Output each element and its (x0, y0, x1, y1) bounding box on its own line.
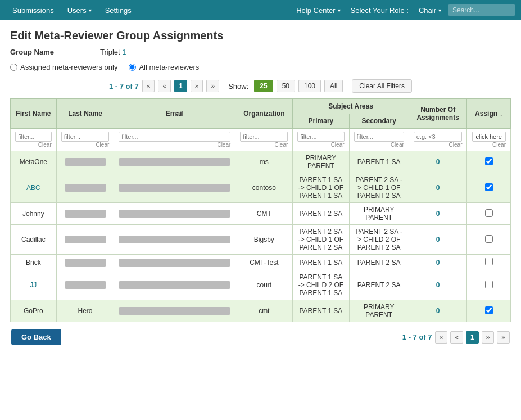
table-cell-lastname: ████ (56, 270, 114, 300)
table-cell-email: ██████████████ (114, 225, 235, 255)
page1-btn-bottom[interactable]: 1 (466, 331, 479, 344)
table-cell-primary: PARENT 1 SA -> CHILD 2 OF PARENT 1 SA (293, 270, 349, 300)
num-assignments-value: 0 (436, 158, 440, 166)
next-page-btn-bottom[interactable]: » (482, 331, 495, 344)
table-cell-lastname: Hero (56, 300, 114, 322)
prev-page-btn-top[interactable]: « (158, 80, 171, 92)
show-50-btn[interactable]: 50 (277, 80, 295, 92)
firstname-link[interactable]: JJ (30, 281, 37, 289)
table-cell-org: court (235, 270, 293, 300)
table-body: MetaOne██████████████████msPRIMARY PAREN… (11, 151, 511, 322)
filter-email[interactable] (119, 132, 230, 142)
page-title: Edit Meta-Reviewer Group Assignments (10, 29, 511, 42)
filter-clear-email[interactable]: Clear (119, 142, 230, 148)
assign-checkbox[interactable] (485, 157, 493, 165)
assign-checkbox[interactable] (485, 306, 493, 314)
filter-cell-firstname: Clear (11, 129, 57, 151)
page1-btn-top[interactable]: 1 (174, 80, 187, 92)
table-cell: MetaOne (11, 151, 57, 173)
group-name-label: Group Name (10, 48, 100, 56)
next-page-btn-top[interactable]: » (191, 80, 203, 92)
group-name-link[interactable]: 1 (122, 48, 126, 56)
table-cell-secondary: PARENT 2 SA (349, 255, 409, 270)
assign-checkbox[interactable] (485, 183, 493, 191)
nav-chair[interactable]: Chair ▾ (412, 0, 448, 20)
nav-search-input[interactable] (448, 4, 515, 16)
nav-settings[interactable]: Settings (98, 0, 138, 20)
radio-assigned-input[interactable] (10, 64, 17, 71)
table-cell-assign[interactable] (467, 225, 511, 255)
filter-secondary[interactable] (354, 132, 404, 142)
num-assignments-value: 0 (436, 210, 440, 218)
filter-clear-firstname[interactable]: Clear (15, 142, 52, 148)
table-cell-assign[interactable] (467, 203, 511, 225)
group-name-value: Triplet 1 (100, 48, 126, 56)
filter-primary[interactable] (297, 132, 344, 142)
go-back-button[interactable]: Go Back (11, 329, 61, 345)
table-cell-org: CMT (235, 203, 293, 225)
table-cell-org: Bigsby (235, 225, 293, 255)
table-cell-secondary: PRIMARY PARENT (349, 300, 409, 322)
num-assignments-value: 0 (436, 259, 440, 267)
filter-organization[interactable] (240, 132, 288, 142)
clear-all-filters-btn[interactable]: Clear All Filters (352, 79, 412, 93)
last-page-btn-top[interactable]: » (206, 80, 219, 92)
last-page-btn-bottom[interactable]: » (497, 331, 510, 344)
page-range-bottom: 1 - 7 of 7 (402, 333, 432, 341)
table-cell-num-assignments: 0 (409, 270, 467, 300)
table-cell-assign[interactable] (467, 173, 511, 203)
blurred-lastname: ████ (65, 236, 106, 243)
filter-cell-lastname: Clear (56, 129, 114, 151)
first-page-btn-top[interactable]: « (142, 80, 155, 92)
show-all-btn[interactable]: All (324, 80, 343, 92)
num-assignments-value: 0 (436, 236, 440, 243)
th-num-assignments: Number Of Assignments (409, 99, 467, 129)
prev-page-btn-bottom[interactable]: « (450, 331, 463, 344)
table-cell-primary: PARENT 1 SA (293, 300, 349, 322)
filter-row: Clear Clear Clear Clear Clear (11, 129, 511, 151)
nav-help-center[interactable]: Help Center ▾ (289, 0, 347, 20)
table-cell-assign[interactable] (467, 255, 511, 270)
table-cell-email: ██████████████ (114, 173, 235, 203)
filter-clear-numassign[interactable]: Clear (414, 142, 463, 148)
radio-all-input[interactable] (129, 64, 136, 71)
filter-clear-primary[interactable]: Clear (297, 142, 344, 148)
filter-clear-lastname[interactable]: Clear (61, 142, 110, 148)
table-cell-org: contoso (235, 173, 293, 203)
table-cell-num-assignments: 0 (409, 203, 467, 225)
filter-clear-assign[interactable]: Clear (472, 142, 506, 148)
num-assignments-value: 0 (436, 307, 440, 315)
blurred-lastname: ████ (65, 281, 106, 289)
radio-assigned-only[interactable]: Assigned meta-reviewers only (10, 63, 117, 71)
assign-checkbox[interactable] (485, 235, 493, 243)
assign-checkbox[interactable] (485, 209, 493, 217)
table-cell: Cadillac (11, 225, 57, 255)
nav-users[interactable]: Users ▾ (61, 0, 98, 20)
table-cell-secondary: PARENT 2 SA -> CHILD 1 OF PARENT 2 SA (349, 173, 409, 203)
assignments-table: First Name Last Name Email Organization … (10, 98, 511, 322)
filter-first-name[interactable] (15, 132, 52, 142)
assign-checkbox[interactable] (485, 281, 493, 288)
table-cell-assign[interactable] (467, 270, 511, 300)
filter-clear-secondary[interactable]: Clear (354, 142, 404, 148)
filter-num-assignments[interactable] (414, 132, 463, 142)
table-cell: ABC (11, 173, 57, 203)
table-row: Johnny██████████████████CMTPARENT 2 SAPR… (11, 203, 511, 225)
table-cell-assign[interactable] (467, 300, 511, 322)
filter-last-name[interactable] (61, 132, 110, 142)
assign-checkbox[interactable] (485, 258, 493, 265)
table-cell-email: ██████████████ (114, 255, 235, 270)
nav-submissions[interactable]: Submissions (6, 0, 61, 20)
show-25-btn[interactable]: 25 (254, 80, 273, 92)
show-label: Show: (228, 82, 248, 91)
table-cell-lastname: ████ (56, 173, 114, 203)
filter-clear-org[interactable]: Clear (240, 142, 288, 148)
show-100-btn[interactable]: 100 (298, 80, 321, 92)
table-cell-assign[interactable] (467, 151, 511, 173)
first-page-btn-bottom[interactable]: « (435, 331, 448, 344)
table-cell-org: ms (235, 151, 293, 173)
table-cell-num-assignments: 0 (409, 255, 467, 270)
radio-all-meta[interactable]: All meta-reviewers (129, 63, 199, 71)
click-here-btn[interactable]: click here (472, 132, 506, 142)
th-secondary: Secondary (349, 114, 409, 129)
